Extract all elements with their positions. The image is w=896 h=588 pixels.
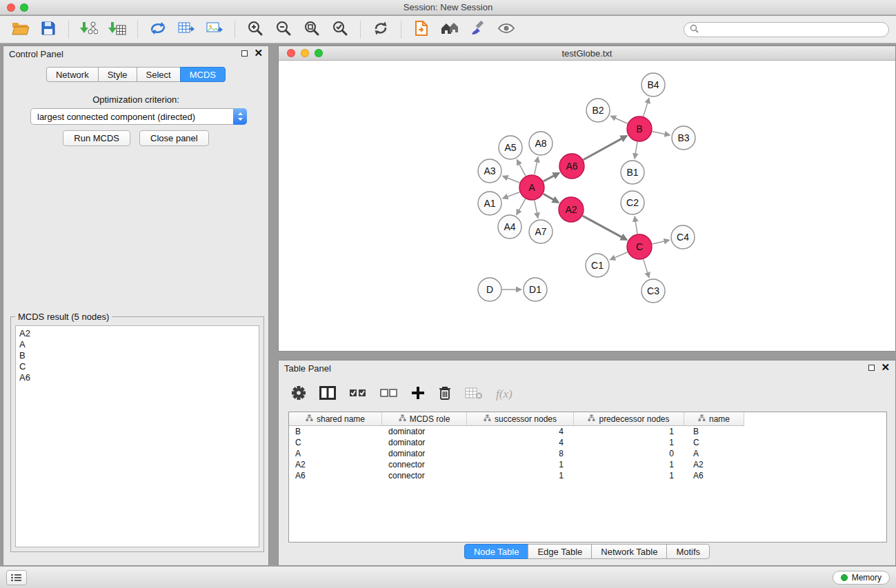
graph-edge-A2-C[interactable]: [583, 216, 627, 240]
network-window-titlebar[interactable]: testGlobe.txt: [279, 46, 895, 61]
table-row-A[interactable]: Adominator80A: [289, 448, 886, 459]
graph-node-label: B: [636, 123, 642, 134]
graph-edge-A-A2[interactable]: [544, 194, 559, 202]
close-table-panel-icon[interactable]: ✕: [881, 363, 890, 372]
table-cell: B: [684, 427, 744, 436]
network-minimize-button[interactable]: [301, 49, 309, 57]
graph-edge-A-A3[interactable]: [503, 176, 520, 183]
save-session-button[interactable]: [35, 19, 61, 41]
memory-button[interactable]: Memory: [833, 571, 890, 585]
unselect-all-button[interactable]: [380, 387, 398, 401]
zoom-fit-button[interactable]: [299, 19, 325, 41]
table-cell: 0: [574, 449, 684, 458]
refresh-button[interactable]: [368, 19, 394, 41]
table-row-A2[interactable]: A2connector11A2: [289, 459, 886, 470]
search-field[interactable]: [684, 22, 889, 37]
window-titlebar[interactable]: Session: New Session: [0, 0, 896, 15]
share-network-icon: [149, 21, 167, 38]
import-table-button[interactable]: [104, 19, 130, 41]
table-row-C[interactable]: Cdominator41C: [289, 437, 886, 448]
home-button[interactable]: [437, 19, 463, 41]
zoom-out-icon: [275, 20, 292, 39]
mcds-result-item[interactable]: A: [19, 339, 255, 350]
optimization-dropdown[interactable]: largest connected component (directed): [30, 108, 247, 125]
close-panel-button[interactable]: Close panel: [139, 130, 209, 146]
mcds-result-item[interactable]: A2: [19, 328, 255, 339]
tab-network[interactable]: Network: [46, 67, 99, 82]
tab-style[interactable]: Style: [98, 67, 137, 82]
column-sort-icon: [484, 414, 491, 424]
table-toolbar: f(x): [291, 383, 512, 406]
add-column-button[interactable]: [411, 386, 425, 403]
graph-edge-C-C1[interactable]: [610, 252, 627, 260]
column-header-name[interactable]: name: [684, 412, 744, 426]
graph-edge-A6-B[interactable]: [584, 136, 627, 160]
show-hide-button[interactable]: [493, 19, 519, 41]
tab-select[interactable]: Select: [137, 67, 181, 82]
mcds-result-item[interactable]: C: [19, 361, 255, 372]
graph-edge-B-B3[interactable]: [653, 132, 670, 135]
zoom-selected-button[interactable]: [327, 19, 353, 41]
show-columns-button[interactable]: [319, 386, 336, 403]
open-file-button[interactable]: [7, 19, 33, 41]
select-all-button[interactable]: [349, 387, 367, 401]
table-cell: C: [684, 438, 744, 447]
graph-edge-A-A8[interactable]: [535, 157, 538, 175]
close-panel-icon[interactable]: ✕: [254, 49, 263, 57]
tab-mcds[interactable]: MCDS: [180, 67, 226, 82]
tab-edge-table[interactable]: Edge Table: [528, 544, 592, 559]
table-settings-button[interactable]: [291, 385, 306, 403]
run-mcds-button[interactable]: Run MCDS: [63, 130, 130, 146]
eye-icon: [497, 22, 515, 37]
table-row-A6[interactable]: A6connector11A6: [289, 470, 886, 481]
table-cell: A: [289, 449, 382, 458]
mcds-result-item[interactable]: B: [19, 350, 255, 361]
graph-edge-C-C4[interactable]: [653, 240, 670, 244]
graph-edge-B-B2[interactable]: [610, 116, 628, 123]
tab-network-table[interactable]: Network Table: [591, 544, 667, 559]
delete-column-button[interactable]: [438, 385, 452, 403]
column-header-MCDS-role[interactable]: MCDS role: [382, 412, 467, 426]
table-cell: 1: [574, 427, 684, 436]
network-canvas[interactable]: AA1A2A3A4A5A6A7A8BB1B2B3B4CC1C2C3C4DD1: [279, 61, 895, 352]
network-table-button[interactable]: [173, 19, 199, 41]
import-network-button[interactable]: [76, 19, 102, 41]
zoom-in-button[interactable]: [242, 19, 268, 41]
graph-edge-A-A7[interactable]: [535, 201, 538, 219]
network-zoom-button[interactable]: [315, 49, 323, 57]
close-window-button[interactable]: [7, 3, 15, 12]
document-button[interactable]: [408, 19, 435, 41]
graph-edge-C-C3[interactable]: [644, 259, 649, 278]
column-header-successor-nodes[interactable]: successor nodes: [467, 412, 574, 426]
float-panel-icon[interactable]: [241, 50, 248, 57]
table-cell: connector: [382, 460, 467, 469]
mcds-result-item[interactable]: A6: [19, 372, 255, 383]
delete-table-button[interactable]: [465, 386, 483, 403]
style-brush-button[interactable]: [465, 19, 491, 41]
graph-node-label: B2: [592, 105, 604, 116]
tab-motifs[interactable]: Motifs: [666, 544, 710, 559]
task-history-button[interactable]: [6, 570, 27, 585]
tab-node-table[interactable]: Node Table: [464, 544, 529, 559]
search-input[interactable]: [702, 24, 883, 34]
graph-edge-B-B1[interactable]: [635, 142, 637, 159]
table-row-B[interactable]: Bdominator41B: [289, 426, 886, 437]
mcds-result-list[interactable]: A2ABCA6: [15, 325, 259, 547]
graph-edge-A-A1[interactable]: [503, 192, 520, 199]
graph-edge-B-B4[interactable]: [644, 98, 649, 116]
graph-edge-A-A4[interactable]: [517, 199, 526, 215]
zoom-window-button[interactable]: [20, 3, 28, 12]
table-cell: A2: [289, 460, 382, 469]
table-cell: A: [684, 449, 744, 458]
function-builder-button[interactable]: f(x): [496, 387, 512, 401]
column-header-predecessor-nodes[interactable]: predecessor nodes: [574, 412, 684, 426]
graph-edge-A-A5[interactable]: [517, 160, 526, 176]
export-image-button[interactable]: [201, 19, 228, 41]
graph-edge-A-A6[interactable]: [544, 173, 559, 181]
column-header-shared-name[interactable]: shared name: [289, 412, 382, 426]
float-table-panel-icon[interactable]: [868, 365, 875, 371]
graph-edge-C-C2[interactable]: [635, 216, 637, 234]
share-network-button[interactable]: [145, 19, 171, 41]
zoom-out-button[interactable]: [270, 19, 297, 41]
network-close-button[interactable]: [287, 49, 295, 57]
